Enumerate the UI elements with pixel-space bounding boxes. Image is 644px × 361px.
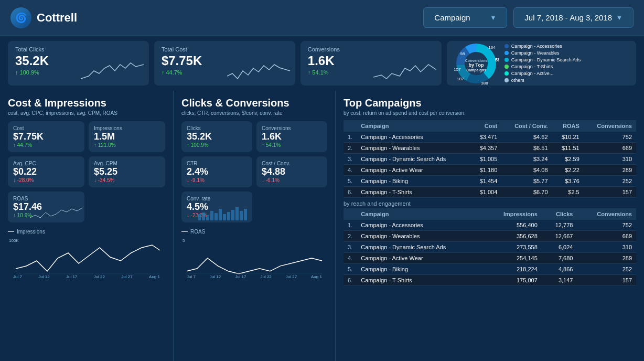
col-campaign-eng: Campaign	[357, 208, 484, 220]
avg-cpm-label: Avg. CPM	[94, 161, 160, 166]
legend-item-active: Campaign - Active...	[505, 71, 581, 76]
chevron-down-icon: ▼	[490, 14, 496, 22]
ctr-value: 2.4%	[187, 166, 247, 177]
row-conversions-eng: 157	[577, 275, 636, 286]
row-impressions: 175,007	[484, 275, 542, 286]
row-roas: $11.51	[552, 143, 584, 154]
avg-cpc-change: ↓ -28.0%	[13, 177, 79, 183]
row-cost: $3,471	[470, 132, 501, 143]
legend-dot	[505, 78, 509, 82]
avg-cpc-label: Avg. CPC	[13, 161, 79, 166]
logo-area: 🌀 Cottrell	[10, 7, 423, 28]
chevron-down-icon: ▼	[616, 14, 622, 22]
logo-icon: 🌀	[10, 7, 31, 28]
svg-text:Campaigns: Campaigns	[466, 68, 486, 72]
svg-text:164: 164	[488, 45, 496, 50]
conversions-chart	[373, 60, 436, 81]
legend-item-accessories: Campaign - Accessories	[505, 44, 581, 49]
table-row: 2. Campaign - Wearables 356,628 12,667 6…	[344, 231, 636, 242]
avg-cpm-metric: Avg. CPM $5.25 ↓ -34.5%	[89, 156, 165, 187]
row-conversions-eng: 752	[577, 220, 636, 231]
col-conversions: Conversions	[584, 120, 636, 132]
conversions-cc-label: Conversions	[262, 125, 322, 131]
conversions-card: Conversions 1.6K ↑ 54.1%	[300, 41, 442, 86]
cost-label: Cost	[13, 125, 79, 131]
clicks-change: ↑ 100.9%	[187, 142, 247, 148]
col-conversions-eng: Conversions	[577, 208, 636, 220]
total-clicks-label: Total Clicks	[15, 46, 142, 52]
row-conversions: 252	[584, 176, 636, 187]
total-clicks-chart	[81, 60, 144, 81]
row-impressions: 356,628	[484, 231, 542, 242]
svg-text:187: 187	[457, 77, 464, 81]
row-campaign: Campaign - Biking	[357, 176, 470, 187]
clicks-metric: Clicks 35.2K ↑ 100.9%	[181, 121, 252, 152]
row-cost: $1,005	[470, 154, 501, 165]
row-cost: $1,454	[470, 176, 501, 187]
roas-svg-chart	[181, 237, 327, 277]
row-campaign: Campaign - Active Wear	[357, 165, 470, 176]
ctr-metric: CTR 2.4% ↓ -9.1%	[181, 156, 252, 187]
date-range-dropdown[interactable]: Jul 7, 2018 - Aug 3, 2018 ▼	[513, 7, 634, 28]
col-impressions: Impressions	[484, 208, 542, 220]
table-row: 6. Campaign - T-Shirts $1,004 $6.70 $2.5…	[344, 187, 636, 198]
legend-label: Campaign - Wearables	[511, 50, 560, 56]
legend-dot	[505, 44, 509, 48]
row-campaign-eng: Campaign - T-Shirts	[357, 275, 484, 286]
row-campaign-eng: Campaign - Accessories	[357, 220, 484, 231]
row-campaign: Campaign - T-Shirts	[357, 187, 470, 198]
impressions-line-chart	[8, 237, 165, 277]
conversions-cc-metric: Conversions 1.6K ↑ 54.1%	[256, 121, 327, 152]
row-roas: $2.59	[552, 154, 584, 165]
donut-legend: Campaign - Accessories Campaign - Wearab…	[505, 44, 581, 83]
table-row: 4. Campaign - Active Wear $1,180 $4.08 $…	[344, 165, 636, 176]
svg-text:Conversions: Conversions	[465, 59, 488, 62]
cost-conv-value: $4.88	[262, 166, 322, 177]
col-clicks-eng: Clicks	[542, 208, 577, 220]
top-campaigns-title: Top Campaigns	[344, 97, 636, 109]
svg-rect-27	[244, 209, 247, 220]
legend-item-wearables: Campaign - Wearables	[505, 50, 581, 56]
roas-chart-label: ROAS	[181, 228, 327, 235]
row-conversions: 289	[584, 165, 636, 176]
row-impressions: 218,224	[484, 264, 542, 275]
table-row: 5. Campaign - Biking 218,224 4,866 252	[344, 264, 636, 275]
impressions-chart-container: Impressions 100K Jul 7 Jul 12 Jul 17 Jul…	[8, 228, 165, 284]
col-campaign: Campaign	[357, 120, 470, 132]
row-cost-conv: $5.77	[501, 176, 552, 187]
row-num: 3.	[344, 154, 357, 165]
engagement-subtitle: by reach and engagement	[344, 200, 411, 207]
svg-rect-21	[219, 209, 222, 220]
cost-conv-label: Cost / Conv.	[262, 161, 322, 166]
header: 🌀 Cottrell Campaign ▼ Jul 7, 2018 - Aug …	[0, 0, 644, 36]
legend-item-tshirts: Campaign - T-Shirts	[505, 64, 581, 69]
row-roas: $3.76	[552, 176, 584, 187]
row-cost-conv: $6.70	[501, 187, 552, 198]
avg-cpc-value: $0.22	[13, 166, 79, 177]
row-cost: $1,180	[470, 165, 501, 176]
legend-label: Campaign - Accessories	[511, 44, 562, 49]
row-clicks-eng: 12,778	[542, 220, 577, 231]
chart-x-labels: Jul 7 Jul 12 Jul 17 Jul 22 Jul 27 Aug 1	[8, 274, 165, 279]
svg-rect-26	[240, 211, 243, 220]
svg-text:by Top: by Top	[468, 62, 484, 68]
campaign-dropdown[interactable]: Campaign ▼	[423, 7, 507, 28]
row-num: 5.	[344, 264, 357, 275]
ctr-label: CTR	[187, 161, 247, 166]
donut-chart: Conversions by Top Campaigns 164 98 157 …	[453, 40, 499, 87]
row-num: 6.	[344, 187, 357, 198]
roas-chart-y: 5	[183, 238, 185, 243]
row-num: 3.	[344, 242, 357, 253]
conversions-label: Conversions	[308, 46, 434, 52]
roas-chart-container: ROAS 5 Jul 7 Jul 12 Jul 17 Jul 22 Jul 27…	[181, 228, 327, 284]
ctr-change: ↓ -9.1%	[187, 177, 247, 183]
svg-rect-18	[206, 215, 209, 220]
svg-rect-22	[223, 214, 226, 220]
row-campaign: Campaign - Dynamic Search Ads	[357, 154, 470, 165]
engagement-table: Campaign Impressions Clicks Conversions …	[344, 208, 636, 286]
avg-cpm-value: $5.25	[94, 166, 160, 177]
col-num-eng	[344, 208, 357, 220]
legend-dot	[505, 71, 509, 76]
row-cost-conv: $4.08	[501, 165, 552, 176]
cost-conv-metric: Cost / Conv. $4.88 ↓ -6.1%	[256, 156, 327, 187]
